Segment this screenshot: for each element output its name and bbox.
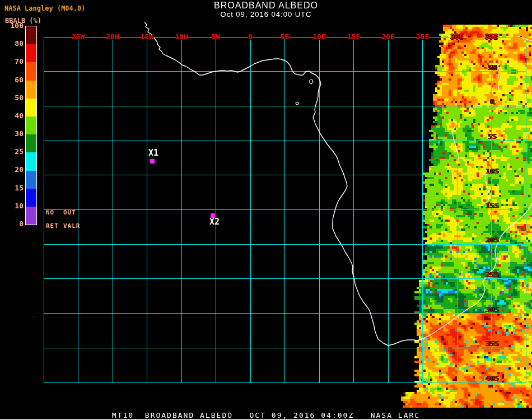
colorbar-segment: [26, 189, 36, 207]
lake-tanganyika: [452, 127, 459, 164]
marker-x1-label: X1: [148, 149, 158, 157]
lon-label-10W: 10W: [175, 33, 188, 41]
lon-label-20E: 20E: [381, 33, 394, 41]
lat-label-30S: 30S: [486, 306, 498, 313]
colorbar-tick-label: 15: [1, 184, 24, 192]
colorbar: [25, 26, 37, 225]
colorbar-tick-label: 25: [1, 148, 24, 156]
albedo-map-screen: NASA Langley (M04.0) BROADBAND ALBEDO Oc…: [0, 0, 532, 420]
lake-turkana: [498, 62, 500, 92]
lon-label-25E: 25E: [416, 33, 429, 41]
lon-label-0: 0: [248, 33, 253, 41]
bioko-island: [310, 80, 313, 84]
lat-label-25S: 25S: [486, 271, 498, 278]
lon-label-10E: 10E: [312, 33, 325, 41]
colorbar-segment: [26, 26, 36, 44]
colorbar-tick-label: 80: [1, 40, 24, 48]
african-west-coastline: [144, 22, 532, 346]
colorbar-tick-label: 30: [1, 130, 24, 138]
colorbar-tick-label: 0: [1, 220, 24, 228]
lat-label-5N: 5N: [488, 64, 497, 71]
lat-label-40S: 40S: [486, 375, 498, 382]
colorbar-tick-label: 10: [1, 202, 24, 210]
colorbar-tick-label: 20: [1, 166, 24, 174]
note-out: OUT: [63, 209, 76, 216]
colorbar-segment: [26, 62, 36, 80]
colorbar-tick-label: 100: [1, 22, 24, 30]
timestamp-subtitle: Oct 09, 2016 04:00 UTC: [0, 10, 532, 18]
lon-label-5W: 5W: [212, 33, 221, 41]
lon-label-30E: 30E: [450, 33, 463, 41]
lat-label-15S: 15S: [486, 202, 498, 209]
marker-x2-label: X2: [209, 218, 220, 226]
marker-x1-point: [150, 159, 155, 164]
colorbar-tick-label: 40: [1, 112, 24, 120]
lon-label-15E: 15E: [347, 33, 360, 41]
colorbar-segment: [26, 44, 36, 62]
page-title: BROADBAND ALBEDO: [0, 1, 532, 11]
lat-label-20S: 20S: [486, 236, 498, 244]
horn-coast-hint: [517, 36, 532, 41]
colorbar-segment: [26, 207, 36, 225]
sao-tome-island: [296, 102, 298, 105]
note-valr: VALR: [63, 222, 81, 230]
note-ret: RET: [46, 222, 63, 230]
colorbar-segment: [26, 171, 36, 189]
lat-label-35S: 35S: [486, 340, 498, 347]
colorbar-tick-label: 50: [1, 94, 24, 102]
lon-label-25W: 25W: [72, 33, 85, 41]
lon-label-15W: 15W: [141, 33, 153, 41]
colorbar-segment: [26, 152, 36, 170]
colorbar-tick-label: 70: [1, 58, 24, 66]
lon-label-5E: 5E: [281, 33, 290, 41]
colorbar-segment: [26, 81, 36, 99]
colorbar-tick-label: 60: [1, 76, 24, 84]
lat-label-5S: 5S: [488, 133, 497, 140]
colorbar-segment: [26, 134, 36, 152]
status-bar-text: MT10 BROADBAND ALBEDO OCT 09, 2016 04:00…: [0, 411, 532, 419]
colorbar-segment: [26, 116, 36, 134]
note-no: NO: [46, 209, 63, 216]
lat-label-0: 0: [490, 98, 494, 105]
lat-label-10S: 10S: [486, 167, 498, 175]
colorbar-segment: [26, 99, 36, 116]
no-retrieval-note: NO OUT RET VALR: [46, 209, 85, 236]
lon-label-35E: 35E: [485, 33, 498, 41]
lon-label-20W: 20W: [106, 33, 119, 41]
